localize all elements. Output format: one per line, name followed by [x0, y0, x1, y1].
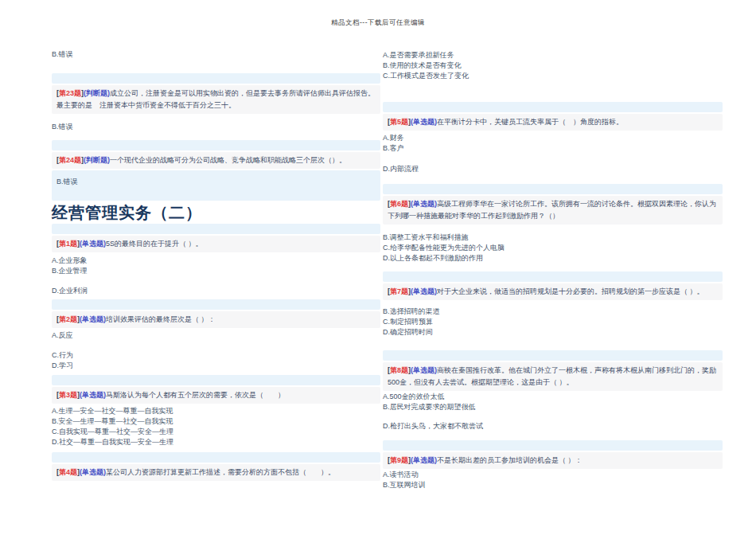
question-number: 第1题	[59, 240, 77, 248]
question-text: 商鞅在秦国推行改革。他在城门外立了一根木棍，声称有将木棍从南门移到北门的，奖励5…	[388, 366, 716, 386]
option-line: D.以上各条都起不到激励的作用	[383, 253, 723, 264]
options-q6: B.调整工资水平和福利措施 C.给李华配备性能更为先进的个人电脑 D.以上各条都…	[383, 232, 723, 264]
divider-bar	[383, 184, 723, 194]
option-line: C.制定招聘预算	[383, 317, 723, 327]
question-text: 马斯洛认为每个人都有五个层次的需要，依次是（ ）	[106, 391, 285, 399]
right-column: A.是否需要承担新任务 B.使用的技术是否有变化 C.工作模式是否发生了变化 […	[383, 0, 723, 490]
divider-bar	[52, 299, 380, 310]
question-text: 培训效果评估的最终层次是（ ）：	[106, 315, 216, 323]
question-text: 某公司人力资源部打算更新工作描述，需要分析的方面不包括（ ）。	[106, 468, 335, 476]
option-line: B.选择招聘的渠道	[383, 307, 723, 317]
question-type: (单选题)	[80, 315, 106, 323]
divider-bar	[52, 375, 380, 385]
divider-bar	[52, 73, 380, 84]
option-gap	[52, 341, 380, 350]
option-line: A.企业形象	[52, 256, 380, 266]
options-q3: A.生理—安全—社交—尊重—自我实现 B.安全—生理—尊重—社交—自我实现 C.…	[52, 406, 380, 447]
options-q5: A.财务 B.客户	[383, 133, 723, 154]
option-line: D.枪打出头鸟，大家都不敢尝试	[383, 421, 723, 432]
question-header-7: [第7题](单选题)对于大企业来说，做适当的招聘规划是十分必要的。招聘规划的第一…	[383, 283, 723, 300]
option-line: D.企业利润	[52, 286, 380, 296]
option-line: A.读书活动	[383, 470, 723, 480]
divider-bar	[383, 102, 723, 112]
question-header-6: [第6题](单选题)高级工程师李华在一家讨论所工作。该所拥有一流的讨论条件。根据…	[383, 196, 723, 225]
answer-highlight: B.错误	[52, 170, 380, 201]
options-q9: A.读书活动 B.互联网培训	[383, 470, 723, 490]
question-header-8: [第8题](单选题)商鞅在秦国推行改革。他在城门外立了一根木棍，声称有将木棍从南…	[383, 362, 723, 391]
option-line: B.调整工资水平和福利措施	[383, 232, 723, 243]
option-line: A.是否需要承担新任务	[383, 50, 723, 61]
question-type: (判断题)	[84, 89, 110, 97]
option-line: B.客户	[383, 143, 723, 154]
options-q1: A.企业形象 B.企业管理 D.企业利润	[52, 256, 380, 296]
question-number: 第4题	[59, 468, 77, 476]
options-q2: A.反应 C.行为 D.学习	[52, 330, 380, 371]
left-column: B.错误 [第23题](判断题)成立公司，注册资金是可以用实物出资的，但是要去事…	[52, 0, 380, 481]
option-line: C.行为	[52, 350, 380, 361]
question-number: 第24题	[59, 156, 81, 164]
question-number: 第23题	[59, 89, 81, 97]
divider-bar	[52, 452, 380, 463]
question-type: (单选题)	[411, 287, 437, 295]
question-text: 一个现代企业的战略可分为公司战略、竞争战略和职能战略三个层次（）。	[110, 156, 346, 164]
option-line: D.社交—尊重—自我实现—安全—生理	[52, 437, 380, 447]
question-text: 高级工程师李华在一家讨论所工作。该所拥有一流的讨论条件。根据双因素理论，你认为下…	[388, 200, 716, 220]
answer-line: B.错误	[52, 49, 380, 60]
divider-bar	[383, 350, 723, 361]
question-header-24: [第24题](判断题)一个现代企业的战略可分为公司战略、竞争战略和职能战略三个层…	[52, 152, 380, 169]
options-q4: A.是否需要承担新任务 B.使用的技术是否有变化 C.工作模式是否发生了变化	[383, 50, 723, 81]
question-text: 不是长期出差的员工参加培训的机会是（ ）：	[437, 456, 583, 464]
option-gap	[52, 276, 380, 286]
option-line: C.自我实现—尊重—社交—安全—生理	[52, 427, 380, 437]
option-line: C.工作模式是否发生了变化	[383, 71, 723, 81]
question-number: 第8题	[390, 366, 408, 374]
question-type: (单选题)	[411, 456, 437, 464]
question-number: 第5题	[390, 118, 408, 126]
option-line: B.安全—生理—尊重—社交—自我实现	[52, 416, 380, 427]
question-number: 第2题	[59, 315, 77, 323]
question-header-23: [第23题](判断题)成立公司，注册资金是可以用实物出资的，但是要去事务所请评估…	[52, 85, 380, 114]
divider-bar	[52, 224, 380, 234]
question-type: (单选题)	[80, 391, 106, 399]
question-header-4: [第4题](单选题)某公司人力资源部打算更新工作描述，需要分析的方面不包括（ ）…	[52, 464, 380, 481]
option-line: B.使用的技术是否有变化	[383, 61, 723, 71]
option-line: A.500金的效价太低	[383, 392, 723, 402]
option-line: B.互联网培训	[383, 480, 723, 490]
question-number: 第9题	[390, 456, 408, 464]
question-text: 在平衡计分卡中，关键员工流失率属于（ ）角度的指标。	[437, 118, 623, 126]
option-gap	[383, 412, 723, 421]
question-type: (单选题)	[80, 468, 106, 476]
option-line: A.财务	[383, 133, 723, 143]
option-line: D.内部流程	[383, 164, 723, 174]
divider-bar	[52, 140, 380, 150]
option-line: B.企业管理	[52, 266, 380, 276]
question-text: 5S的最终目的在于提升（ ）。	[106, 240, 203, 248]
option-line: D.学习	[52, 361, 380, 371]
question-header-2: [第2题](单选题)培训效果评估的最终层次是（ ）：	[52, 311, 380, 328]
option-line: C.给李华配备性能更为先进的个人电脑	[383, 243, 723, 253]
question-header-1: [第1题](单选题)5S的最终目的在于提升（ ）。	[52, 236, 380, 252]
divider-bar	[383, 271, 723, 282]
question-type: (单选题)	[411, 366, 437, 374]
answer-line: B.错误	[57, 177, 376, 187]
question-type: (单选题)	[411, 200, 437, 208]
question-type: (单选题)	[411, 118, 437, 126]
question-type: (单选题)	[80, 240, 106, 248]
question-text: 对于大企业来说，做适当的招聘规划是十分必要的。招聘规划的第一步应该是（ ）。	[437, 287, 704, 295]
divider-bar	[383, 440, 723, 451]
options-q7: B.选择招聘的渠道 C.制定招聘预算 D.确定招聘时间	[383, 307, 723, 338]
option-line: A.反应	[52, 330, 380, 341]
option-line: D.确定招聘时间	[383, 327, 723, 338]
answer-line: B.错误	[52, 122, 380, 132]
question-number: 第3题	[59, 391, 77, 399]
section-title: 经营管理实务（二）	[52, 203, 380, 222]
option-line: A.生理—安全—社交—尊重—自我实现	[52, 406, 380, 416]
question-type: (判断题)	[84, 156, 110, 164]
question-header-9: [第9题](单选题)不是长期出差的员工参加培训的机会是（ ）：	[383, 452, 723, 469]
question-header-3: [第3题](单选题)马斯洛认为每个人都有五个层次的需要，依次是（ ）	[52, 387, 380, 404]
question-number: 第7题	[390, 287, 408, 295]
question-header-5: [第5题](单选题)在平衡计分卡中，关键员工流失率属于（ ）角度的指标。	[383, 114, 723, 131]
question-number: 第6题	[390, 200, 408, 208]
options-q8: A.500金的效价太低 B.居民对完成要求的期望很低 D.枪打出头鸟，大家都不敢…	[383, 392, 723, 432]
option-line: B.居民对完成要求的期望很低	[383, 402, 723, 412]
